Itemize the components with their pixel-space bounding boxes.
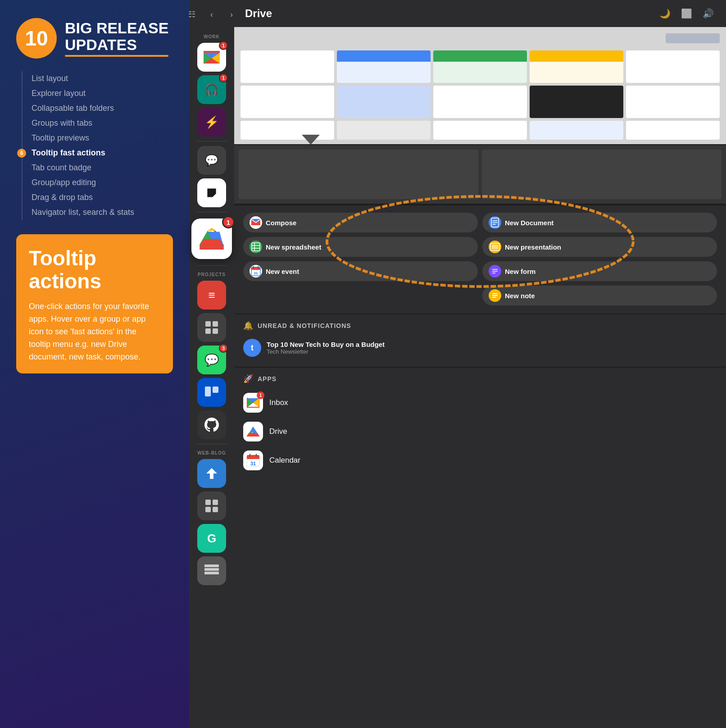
notif-text: Top 10 New Tech to Buy on a Budget Tech … [267, 341, 385, 355]
new-note-button[interactable]: New note [482, 286, 717, 305]
new-spreadsheet-button[interactable]: New spreadsheet [243, 237, 478, 257]
volume-icon[interactable]: 🔊 [701, 6, 715, 21]
window-icon[interactable]: ⬜ [679, 6, 694, 21]
svg-marker-52 [247, 433, 260, 437]
new-event-label: New event [266, 268, 299, 275]
sidebar-item-github[interactable] [197, 410, 226, 439]
svg-rect-33 [492, 245, 498, 249]
release-title: BIG RELEASE UPDATES [65, 20, 168, 57]
notif-title: Top 10 New Tech to Buy on a Budget [267, 341, 385, 348]
apps-section: 🚀 APPS 1 Inbox Drive [234, 368, 726, 728]
gmail-badge: 1 [219, 41, 228, 50]
projects-section-label: PROJECTS [198, 272, 226, 277]
svg-text:31: 31 [250, 461, 256, 466]
svg-rect-13 [205, 321, 211, 327]
sidebar-item-webblog[interactable] [197, 459, 226, 488]
nav-item-list-layout[interactable]: List layout [16, 71, 173, 86]
sidebar-item-chat[interactable]: 💬 [197, 146, 226, 175]
right-panel: Drive 🌙 ⬜ 🔊 [234, 0, 726, 728]
drive-window-title: Drive [245, 7, 272, 20]
moon-icon[interactable]: 🌙 [658, 6, 672, 21]
app-item-drive[interactable]: Drive [243, 417, 717, 446]
nav-item-group-app-editing[interactable]: Group/app editing [16, 175, 173, 190]
svg-rect-55 [247, 459, 259, 459]
svg-rect-15 [205, 328, 211, 334]
svg-rect-19 [205, 500, 211, 505]
work-section-label: WORK [204, 34, 220, 39]
gcal-icon: 31 [250, 265, 262, 278]
new-event-button[interactable]: 31 New event [243, 261, 478, 281]
fast-actions-panel: Compose New Document New spreadsheet [234, 205, 726, 314]
svg-rect-25 [204, 572, 219, 574]
meet-badge: 1 [219, 73, 228, 82]
sidebar-divider-3 [196, 265, 227, 266]
compose-button[interactable]: Compose [243, 213, 478, 232]
drive-window-header: Drive 🌙 ⬜ 🔊 [234, 0, 726, 27]
drive-window-controls: 🌙 ⬜ 🔊 [658, 6, 715, 21]
back-icon[interactable]: ‹ [204, 6, 220, 23]
sidebar-item-drive[interactable]: 1 [191, 218, 232, 259]
release-header: 10 BIG RELEASE UPDATES [16, 18, 173, 59]
nav-item-navigator-list[interactable]: Navigator list, search & stats [16, 205, 173, 220]
sidebar-item-grammarly[interactable]: G [197, 524, 226, 553]
new-document-label: New Document [505, 219, 554, 227]
svg-rect-18 [213, 387, 218, 393]
sidebar-divider-2 [196, 212, 227, 212]
release-number: 10 [16, 18, 57, 59]
svg-rect-17 [205, 387, 211, 396]
app-item-inbox[interactable]: 1 Inbox [243, 388, 717, 417]
new-form-label: New form [505, 268, 535, 275]
sidebar-item-meet[interactable]: 🎧 1 [197, 75, 226, 104]
new-note-label: New note [505, 292, 535, 300]
grid-view-icon[interactable]: ☷ [184, 6, 200, 23]
svg-rect-23 [204, 564, 219, 567]
drive-label: Drive [269, 427, 287, 436]
left-panel: 10 BIG RELEASE UPDATES List layout Explo… [0, 0, 189, 728]
drive-preview [234, 27, 726, 144]
new-form-button[interactable]: New form [482, 261, 717, 281]
active-dot: 6 [17, 149, 26, 158]
sidebar-item-todoist[interactable]: ≡ [197, 281, 226, 309]
sidebar-item-notion[interactable] [197, 178, 226, 207]
nav-item-drag-drop[interactable]: Drag & drop tabs [16, 190, 173, 205]
calendar-app-icon: 31 [243, 450, 263, 470]
tooltip-promo-title: Tooltip actions [29, 247, 160, 292]
app-item-calendar[interactable]: 31 Calendar [243, 446, 717, 475]
nav-item-collapsable-folders[interactable]: Collapsable tab folders [16, 101, 173, 116]
nav-item-tab-count-badge[interactable]: Tab count badge [16, 160, 173, 175]
nav-item-groups-tabs[interactable]: Groups with tabs [16, 116, 173, 131]
new-document-button[interactable]: New Document [482, 213, 717, 232]
gsheet-icon [250, 241, 262, 253]
nav-item-explorer-layout[interactable]: Explorer layout [16, 86, 173, 101]
sidebar-item-whatsapp[interactable]: 💬 3 [197, 346, 226, 374]
gslide-icon [489, 241, 501, 253]
sidebar-item-gmail[interactable]: 1 [197, 43, 226, 72]
tooltip-promo-box: Tooltip actions One-click actions for yo… [16, 234, 173, 373]
notification-item[interactable]: t Top 10 New Tech to Buy on a Budget Tec… [243, 335, 717, 360]
drive-app-icon [243, 422, 263, 441]
new-presentation-button[interactable]: New presentation [482, 237, 717, 257]
title-underline [65, 55, 168, 57]
new-presentation-label: New presentation [505, 243, 561, 251]
nav-item-tooltip-previews[interactable]: Tooltip previews [16, 131, 173, 146]
drive-badge: 1 [222, 216, 235, 228]
sidebar-item-slack[interactable]: ⚡ [197, 108, 226, 136]
nav-item-tooltip-fast-actions[interactable]: 6 Tooltip fast actions [16, 146, 173, 160]
notif-avatar: t [243, 339, 261, 357]
gnote-icon [489, 289, 501, 302]
sidebar-item-table[interactable] [197, 556, 226, 585]
release-title-line1: BIG RELEASE [65, 20, 168, 36]
tooltip-promo-description: One-click actions for your favorite apps… [29, 300, 160, 363]
svg-rect-45 [492, 293, 498, 294]
inbox-badge: 1 [257, 391, 264, 399]
feature-nav-list: List layout Explorer layout Collapsable … [16, 71, 173, 220]
app-sidebar: ☷ ‹ › WORK 1 🎧 1 ⚡ 💬 [189, 0, 234, 728]
sidebar-item-grid2[interactable] [197, 491, 226, 520]
sidebar-item-grid[interactable] [197, 313, 226, 342]
apps-header: 🚀 APPS [243, 374, 717, 384]
new-spreadsheet-label: New spreadsheet [266, 243, 321, 251]
sidebar-header: ☷ ‹ › [180, 5, 243, 24]
sidebar-divider-1 [196, 141, 227, 141]
forward-icon[interactable]: › [223, 6, 240, 23]
sidebar-item-trello[interactable] [197, 378, 226, 407]
